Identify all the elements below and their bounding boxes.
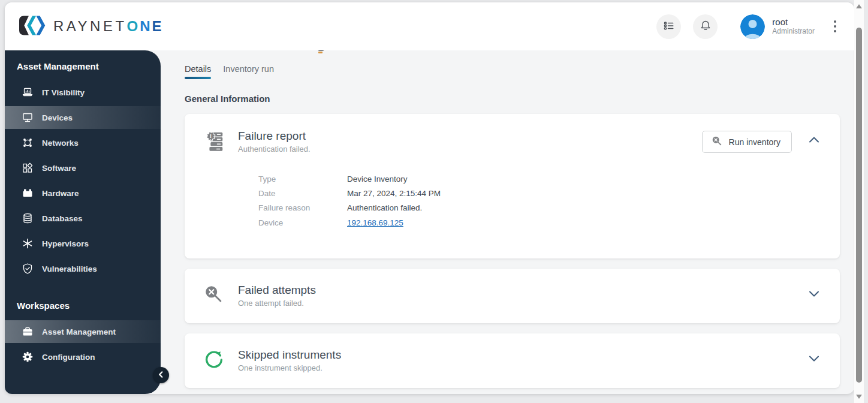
- skipped-instruments-card: Skipped instruments One instrument skipp…: [185, 333, 840, 388]
- hardware-icon: [22, 187, 34, 199]
- field-row-failure-reason: Failure reason Authentication failed.: [258, 204, 840, 212]
- failed-attempts-card: Failed attempts One attempt failed.: [185, 269, 840, 323]
- field-label: Failure reason: [258, 204, 347, 212]
- sidebar-section-asset-management: Asset Management: [5, 61, 161, 71]
- chevron-up-icon: [809, 136, 819, 145]
- sidebar-item-devices[interactable]: Devices: [5, 106, 161, 129]
- field-row-device: Device 192.168.69.125: [258, 219, 840, 227]
- field-row-type: Type Device Inventory: [258, 175, 840, 184]
- bell-icon: [698, 19, 713, 35]
- sidebar-item-hardware[interactable]: Hardware: [5, 182, 161, 204]
- failure-report-card: ! Failure report Authentication failed.: [185, 114, 840, 258]
- tab-details[interactable]: Details: [185, 64, 211, 79]
- briefcase-icon: [22, 326, 34, 338]
- failed-attempts-subtitle: One attempt failed.: [238, 299, 805, 308]
- vertical-scrollbar[interactable]: [854, 0, 864, 403]
- scrollbar-thumb[interactable]: [856, 28, 862, 383]
- collapse-failure-report-button[interactable]: [805, 133, 823, 149]
- expand-failed-attempts-button[interactable]: [805, 287, 823, 303]
- database-icon: [22, 212, 34, 224]
- skip-cycle-icon: [203, 348, 225, 371]
- failure-report-subtitle: Authentication failed.: [238, 145, 702, 154]
- skipped-instruments-title: Skipped instruments: [238, 348, 805, 362]
- expand-skipped-instruments-button[interactable]: [805, 351, 823, 368]
- sidebar-item-configuration[interactable]: Configuration: [5, 345, 161, 368]
- sidebar-item-software[interactable]: Software: [5, 157, 161, 179]
- sidebar-item-hypervisors[interactable]: Hypervisors: [5, 232, 161, 255]
- user-name: root: [772, 17, 815, 27]
- sidebar-item-label: Hypervisors: [42, 239, 89, 248]
- sidebar-item-label: Software: [42, 164, 76, 173]
- sidebar-item-networks[interactable]: Networks: [5, 131, 161, 154]
- failure-report-fields: Type Device Inventory Date Mar 27, 2024,…: [185, 154, 840, 258]
- sidebar-item-label: Devices: [42, 113, 73, 122]
- sidebar-item-workspace-asset-management[interactable]: Asset Management: [5, 320, 161, 343]
- sidebar-spacer: [5, 282, 161, 300]
- device-ip-link[interactable]: 192.168.69.125: [347, 218, 403, 227]
- run-inventory-button[interactable]: Run inventory: [702, 131, 792, 153]
- laptop-chart-icon: [22, 86, 34, 98]
- sidebar-item-label: Configuration: [42, 353, 95, 362]
- sidebar-item-vulnerabilities[interactable]: Vulnerabilities: [5, 257, 161, 280]
- svg-text:!: !: [210, 133, 212, 139]
- raynet-logo-icon: [19, 16, 46, 38]
- sidebar-item-label: Databases: [42, 214, 83, 223]
- scrollbar-up-arrow[interactable]: [856, 4, 862, 8]
- field-value: Mar 27, 2024, 2:15:44 PM: [347, 190, 441, 198]
- asterisk-icon: [22, 237, 34, 249]
- inventory-scan-icon: [711, 135, 723, 149]
- failed-attempts-title: Failed attempts: [238, 284, 805, 297]
- brand-wordmark: RAYNETONE: [53, 18, 164, 35]
- notifications-button[interactable]: [693, 14, 718, 39]
- field-label: Device: [258, 219, 347, 227]
- field-value: Authentication failed.: [347, 204, 422, 212]
- shield-check-icon: [22, 263, 34, 275]
- run-inventory-label: Run inventory: [729, 137, 780, 147]
- field-row-date: Date Mar 27, 2024, 2:15:44 PM: [258, 190, 840, 198]
- sidebar-item-label: Vulnerabilities: [42, 264, 97, 273]
- chevron-down-icon: [809, 355, 819, 364]
- raynet-one-logo[interactable]: RAYNETONE: [19, 16, 164, 38]
- user-info[interactable]: root Administrator: [772, 17, 815, 35]
- top-bar: RAYNETONE: [5, 2, 854, 50]
- sidebar-item-it-visibility[interactable]: IT Visibility: [5, 81, 161, 104]
- list-icon: [662, 19, 676, 35]
- overflow-menu-icon[interactable]: [831, 18, 839, 35]
- scrollbar-down-arrow[interactable]: [856, 395, 862, 399]
- sidebar-item-label: IT Visibility: [42, 88, 85, 97]
- gear-icon: [22, 351, 34, 363]
- sidebar-item-databases[interactable]: Databases: [5, 207, 161, 230]
- field-value: Device Inventory: [347, 175, 408, 184]
- user-avatar[interactable]: [740, 14, 765, 39]
- sidebar-item-label: Asset Management: [42, 327, 116, 336]
- sidebar-item-label: Hardware: [42, 189, 79, 198]
- sidebar-collapse-button[interactable]: [153, 367, 169, 383]
- main-content: Details Inventory run General Informatio…: [161, 50, 854, 394]
- tab-bar: Details Inventory run: [185, 64, 840, 79]
- sidebar: Asset Management IT Visibility Devices: [5, 50, 161, 394]
- network-icon: [22, 137, 34, 149]
- field-label: Date: [258, 190, 347, 198]
- user-role: Administrator: [772, 28, 815, 36]
- tab-inventory-run[interactable]: Inventory run: [223, 64, 274, 79]
- server-warning-icon: !: [203, 130, 225, 152]
- failure-report-title: Failure report: [238, 130, 702, 143]
- monitor-icon: [22, 112, 34, 124]
- skipped-instruments-subtitle: One instrument skipped.: [238, 363, 805, 372]
- field-label: Type: [258, 175, 347, 184]
- chevron-down-icon: [809, 290, 819, 299]
- task-list-button[interactable]: [656, 14, 681, 39]
- app-window: RAYNETONE: [5, 2, 854, 394]
- chevron-left-icon: [157, 371, 165, 380]
- search-fail-icon: [203, 284, 225, 306]
- sidebar-item-label: Networks: [42, 139, 79, 148]
- section-title-general-information: General Information: [185, 94, 840, 104]
- packages-icon: [22, 162, 34, 174]
- sidebar-section-workspaces: Workspaces: [5, 300, 161, 311]
